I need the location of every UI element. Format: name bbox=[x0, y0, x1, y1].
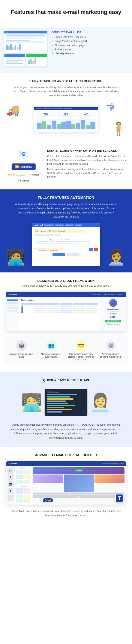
quota-icon: ⚙️ bbox=[106, 340, 116, 351]
template-thumb-3[interactable] bbox=[16, 495, 23, 502]
block-1col[interactable] bbox=[16, 470, 23, 474]
sidebar-item-subscriptions[interactable] bbox=[7, 300, 18, 301]
tracking-mockup-container: 🚚 98% Delivery 45% Open Rate 12% bbox=[4, 102, 128, 136]
block-2col[interactable] bbox=[23, 470, 30, 474]
template-builder-mockup: AcelleMail Templates Builder Preview Set… bbox=[6, 461, 126, 505]
template-blocks-panel: Blocks Templates bbox=[15, 466, 32, 504]
profile-name: Marcos Kruzan bbox=[107, 308, 119, 310]
template-builder-body: ⬚ T 🖼 ⊞ — Blocks bbox=[6, 466, 126, 504]
template-thumb-4[interactable] bbox=[23, 495, 30, 502]
tool-image[interactable]: 🖼 bbox=[7, 482, 13, 488]
block-text[interactable] bbox=[23, 475, 30, 479]
customers-label: Manage customers & subscriptions bbox=[38, 353, 64, 358]
api-section: QUICK & EASY REST FUL API 🧑‍💻 REST API E… bbox=[0, 372, 132, 447]
complete-email-badge: COMPLETE E-MAIL LIST bbox=[51, 31, 128, 34]
complete-email-features: Import lists from Excel/CSV Single/doubl… bbox=[51, 36, 128, 55]
feature-item-customers: 👥 Manage customers & subscriptions bbox=[38, 340, 64, 361]
block-button[interactable] bbox=[16, 480, 23, 484]
saas-description: Acelle Mail enables you to manage and se… bbox=[4, 284, 128, 287]
feature-item-4: Autoresponder bbox=[51, 48, 128, 51]
tracking-chart bbox=[36, 119, 96, 130]
truck-illustration: 🚚 bbox=[6, 104, 20, 116]
hero-section: Features that make e-mail marketing easy bbox=[0, 0, 132, 26]
block-image[interactable] bbox=[16, 475, 23, 479]
saas-dashboard-body: Subscriptions bbox=[6, 297, 126, 331]
features-icons-row: 📦 Manage service package plans 👥 Manage … bbox=[4, 336, 128, 365]
tracking-section: DAILY TRACKING AND STATISTICS REPORTING … bbox=[0, 73, 132, 143]
canvas-text-1 bbox=[33, 492, 125, 494]
tool-text[interactable]: T bbox=[7, 474, 13, 480]
feature-item-plans: 📦 Manage service package plans bbox=[8, 340, 34, 361]
profile-plan: — Choose plan — bbox=[107, 313, 119, 314]
automation-btn-row bbox=[34, 253, 98, 256]
feature-item-quota: ⚙️ Advanced quota & throttling managemen… bbox=[98, 340, 124, 361]
automation-cancel-btn[interactable] bbox=[67, 253, 80, 256]
profile-email: marcos.kru@yoopee.com bbox=[106, 310, 120, 312]
template-thumb-1[interactable] bbox=[16, 488, 23, 494]
tool-columns[interactable]: ⊞ bbox=[7, 488, 13, 494]
hero-title: Features that make e-mail marketing easy bbox=[6, 8, 126, 16]
feature-item-1: Import lists from Excel/CSV bbox=[51, 36, 128, 38]
template-builder-header: AcelleMail Templates Builder Preview Set… bbox=[6, 461, 126, 466]
feature-item-2: Single/double opt-in support bbox=[51, 40, 128, 43]
sidebar-item-customers[interactable] bbox=[7, 304, 18, 306]
table-header bbox=[21, 303, 98, 305]
smtp-section: 📧 M AcelleMail amazon web services ✉ mai… bbox=[0, 143, 132, 190]
mailbox-illustration: 📬 bbox=[106, 103, 115, 111]
canvas-text-3 bbox=[33, 496, 125, 498]
template-description: Acelle Mail comes with an advanced Email… bbox=[10, 509, 122, 518]
email-list-mockup bbox=[4, 31, 47, 66]
sidebar-item-reports[interactable] bbox=[7, 310, 18, 312]
confirm-active-button[interactable]: CONFIRM ACTIVE bbox=[105, 320, 121, 322]
profile-price: $100 bbox=[110, 315, 116, 319]
mockup-screen-1 bbox=[4, 31, 47, 52]
tags-badge: {tags} bbox=[43, 498, 53, 502]
template-canvas: Kreative bbox=[32, 466, 126, 504]
api-person-left: 🧑‍💻 bbox=[21, 394, 42, 411]
table-row bbox=[21, 306, 98, 307]
tool-divider[interactable]: — bbox=[7, 495, 13, 501]
tracking-heading: DAILY TRACKING AND STATISTICS REPORTING bbox=[4, 79, 128, 83]
automation-section: FULLY FEATURED AUTOMATION Automatically … bbox=[0, 190, 132, 272]
block-divider[interactable] bbox=[23, 480, 30, 484]
kreative-label: Kreative bbox=[75, 469, 83, 472]
automation-body: Auto-responder for US public holidays 🎉 … bbox=[32, 228, 100, 258]
automation-flow-1: Trigger conditions when the following co… bbox=[34, 238, 98, 246]
template-thumb-2[interactable] bbox=[23, 488, 30, 494]
dashboard-mockup: 98% Delivery 45% Open Rate 12% Click Rat… bbox=[34, 106, 98, 132]
tool-pointer[interactable]: ⬚ bbox=[7, 468, 13, 474]
template-section: ADVANCED EMAIL TEMPLATE BUILDER AcelleMa… bbox=[0, 447, 132, 524]
payment-icon: 💳 bbox=[76, 340, 86, 351]
tracking-description: Improve your campaign results. Always fi… bbox=[12, 86, 120, 98]
quota-label: Advanced quota & throttling management bbox=[98, 353, 124, 358]
automation-header: AcelleMail Automations Campaigns Subscri… bbox=[32, 223, 100, 228]
api-heading: QUICK & EASY REST FUL API bbox=[4, 378, 128, 382]
automation-filters bbox=[34, 234, 98, 236]
sidebar-item-payments[interactable] bbox=[7, 307, 18, 309]
mockup-screen-3 bbox=[26, 54, 47, 66]
automation-heading: FULLY FEATURED AUTOMATION bbox=[4, 196, 128, 200]
feature-item-3: Custom confirmation page bbox=[51, 44, 128, 47]
canvas-text-2 bbox=[33, 494, 125, 496]
template-heading: ADVANCED EMAIL TEMPLATE BUILDER bbox=[4, 453, 128, 457]
automation-description: Automatically or conditionally send emai… bbox=[14, 202, 118, 219]
stat-click-rate: 12% Click Rate bbox=[77, 112, 96, 117]
mailgun-logo: ✉ mailgun bbox=[28, 173, 41, 177]
canvas-header-image: Kreative bbox=[33, 467, 125, 474]
api-person-right: 👩‍💼 bbox=[90, 394, 111, 411]
api-description: Acelle provides RESTful API which is bas… bbox=[10, 422, 122, 440]
sidebar-item-plans[interactable] bbox=[7, 302, 18, 304]
subscriptions-title: Subscriptions bbox=[21, 299, 98, 302]
service-logos: amazon web services ✉ mailgun ■ SendGrid bbox=[4, 173, 43, 183]
person-left-automation: 🧑‍💻 bbox=[6, 248, 25, 266]
automation-submit-btn[interactable] bbox=[52, 253, 65, 256]
acelle-logo: M AcelleMail bbox=[11, 164, 35, 170]
sendgrid-logo: ■ SendGrid bbox=[17, 179, 30, 183]
stat-open-rate: 45% Open Rate bbox=[57, 112, 76, 117]
mockup-screen-2 bbox=[4, 54, 25, 66]
table-row bbox=[21, 310, 98, 311]
automation-mockup-container: 🧑‍💻 AcelleMail Automations Campaigns Sub… bbox=[4, 223, 128, 266]
amazon-logo: amazon web services bbox=[6, 173, 26, 177]
customers-icon: 👥 bbox=[46, 340, 57, 351]
saas-sidebar bbox=[6, 297, 19, 331]
